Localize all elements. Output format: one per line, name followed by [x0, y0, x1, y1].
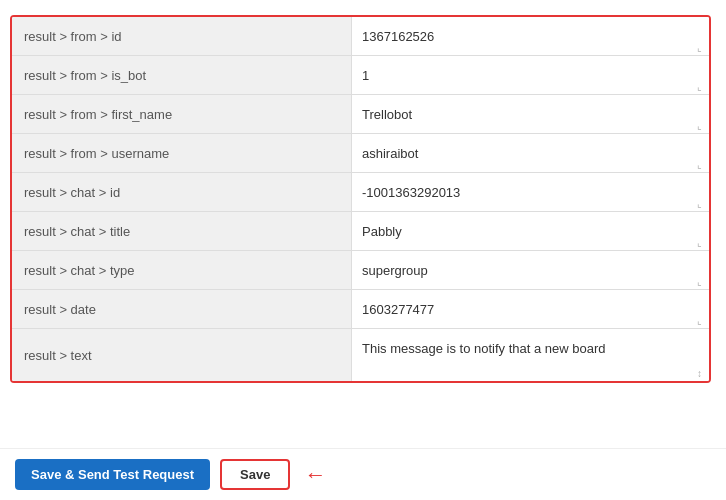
table-row: result > textThis message is to notify t… — [12, 329, 709, 381]
field-value-8: This message is to notify that a new boa… — [352, 329, 709, 367]
table-row: result > from > usernameashiraibot⌞ — [12, 134, 709, 173]
arrow-icon: ← — [304, 462, 326, 488]
field-value-wrap-7: 1603277477⌞ — [352, 290, 709, 328]
field-value-wrap-2: Trellobot⌞ — [352, 95, 709, 133]
field-label-1: result > from > is_bot — [12, 56, 352, 94]
main-container: result > from > id1367162526⌞result > fr… — [0, 0, 726, 500]
table-row: result > chat > typesupergroup⌞ — [12, 251, 709, 290]
save-send-button[interactable]: Save & Send Test Request — [15, 459, 210, 490]
field-value-6: supergroup — [352, 251, 709, 289]
field-value-7: 1603277477 — [352, 290, 709, 328]
field-value-4: -1001363292013 — [352, 173, 709, 211]
field-label-5: result > chat > title — [12, 212, 352, 250]
field-value-wrap-1: 1⌞ — [352, 56, 709, 94]
field-label-8: result > text — [12, 329, 352, 381]
field-value-1: 1 — [352, 56, 709, 94]
table-row: result > from > is_bot1⌞ — [12, 56, 709, 95]
field-value-wrap-5: Pabbly⌞ — [352, 212, 709, 250]
table-row: result > date1603277477⌞ — [12, 290, 709, 329]
table-wrapper: result > from > id1367162526⌞result > fr… — [0, 10, 726, 448]
field-value-wrap-8: This message is to notify that a new boa… — [352, 329, 709, 381]
table-row: result > chat > id-1001363292013⌞ — [12, 173, 709, 212]
field-label-3: result > from > username — [12, 134, 352, 172]
table-row: result > chat > titlePabbly⌞ — [12, 212, 709, 251]
field-label-4: result > chat > id — [12, 173, 352, 211]
table-row: result > from > first_nameTrellobot⌞ — [12, 95, 709, 134]
field-value-wrap-4: -1001363292013⌞ — [352, 173, 709, 211]
field-value-0: 1367162526 — [352, 17, 709, 55]
footer: Save & Send Test Request Save ← — [0, 448, 726, 500]
field-label-6: result > chat > type — [12, 251, 352, 289]
fields-box: result > from > id1367162526⌞result > fr… — [10, 15, 711, 383]
save-button[interactable]: Save — [220, 459, 290, 490]
field-label-0: result > from > id — [12, 17, 352, 55]
resize-icon-8: ↕ — [697, 369, 707, 379]
field-label-2: result > from > first_name — [12, 95, 352, 133]
field-value-3: ashiraibot — [352, 134, 709, 172]
field-value-wrap-3: ashiraibot⌞ — [352, 134, 709, 172]
field-value-2: Trellobot — [352, 95, 709, 133]
field-value-5: Pabbly — [352, 212, 709, 250]
field-value-wrap-6: supergroup⌞ — [352, 251, 709, 289]
table-row: result > from > id1367162526⌞ — [12, 17, 709, 56]
field-label-7: result > date — [12, 290, 352, 328]
field-value-wrap-0: 1367162526⌞ — [352, 17, 709, 55]
